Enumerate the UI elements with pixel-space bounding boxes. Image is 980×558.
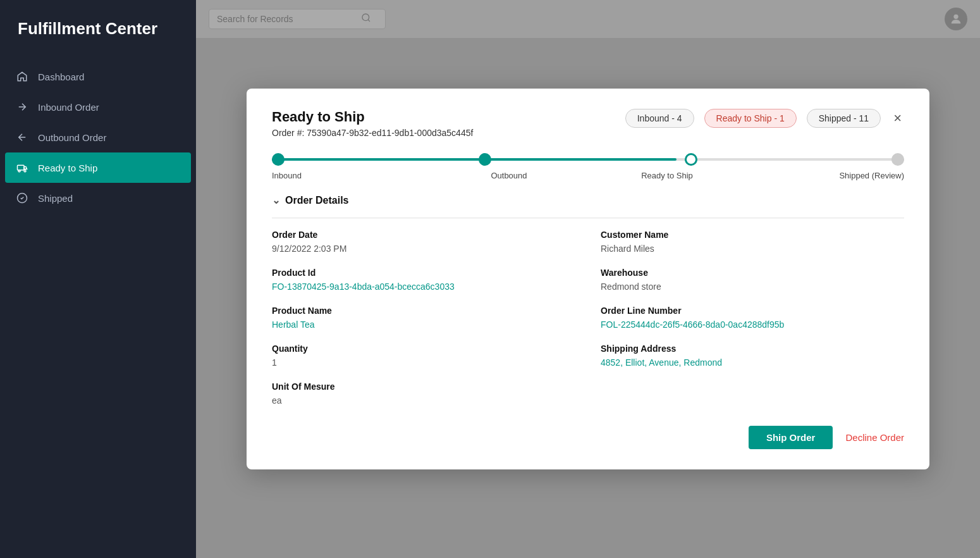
inbound-badge[interactable]: Inbound - 4 (625, 109, 694, 128)
step-ready-to-ship (685, 153, 697, 166)
outbound-icon (15, 130, 29, 144)
chevron-down-icon: ⌄ (272, 194, 280, 206)
ship-order-button[interactable]: Ship Order (749, 426, 833, 449)
quantity-label: Quantity (272, 344, 575, 354)
step-label-inbound: Inbound (272, 171, 430, 180)
step-dot-outbound (479, 153, 491, 166)
step-label-shipped-review: Shipped (Review) (746, 171, 904, 180)
order-details-label: Order Details (285, 195, 348, 206)
uom-label: Unit Of Mesure (272, 381, 575, 392)
details-divider (272, 218, 904, 218)
shipped-icon (15, 191, 29, 205)
sidebar-nav: Dashboard Inbound Order Outbound Order R… (0, 61, 196, 213)
order-id-row: Order #: 75390a47-9b32-ed11-9db1-000d3a5… (272, 128, 473, 138)
progress-steps (272, 153, 904, 166)
modal-footer: Ship Order Decline Order (272, 426, 904, 449)
modal-title: Ready to Ship (272, 109, 473, 125)
svg-rect-2 (18, 165, 25, 170)
order-line-number-value[interactable]: FOL-225444dc-26f5-4666-8da0-0ac4288df95b (601, 319, 904, 330)
product-id-field: Product Id FO-13870425-9a13-4bda-a054-bc… (272, 268, 575, 292)
details-right-col: Customer Name Richard Miles Warehouse Re… (601, 230, 904, 419)
uom-value: ea (272, 395, 575, 406)
home-icon (15, 70, 29, 84)
step-inbound (272, 153, 285, 166)
app-title: Fulfillment Center (0, 0, 196, 56)
shipping-address-label: Shipping Address (601, 344, 904, 354)
ready-to-ship-badge[interactable]: Ready to Ship - 1 (704, 109, 797, 128)
order-id-label: Order #: (272, 128, 304, 138)
product-name-label: Product Name (272, 306, 575, 316)
warehouse-field: Warehouse Redmond store (601, 268, 904, 292)
step-outbound (479, 153, 491, 166)
shipped-badge[interactable]: Shipped - 11 (807, 109, 881, 128)
sidebar: Fulfillment Center Dashboard Inbound Ord… (0, 0, 196, 558)
sidebar-item-shipped-label: Shipped (38, 193, 73, 204)
sidebar-item-inbound-order-label: Inbound Order (38, 102, 99, 113)
product-name-value[interactable]: Herbal Tea (272, 319, 575, 330)
warehouse-label: Warehouse (601, 268, 904, 278)
product-id-value[interactable]: FO-13870425-9a13-4bda-a054-bcecca6c3033 (272, 282, 575, 292)
order-date-field: Order Date 9/12/2022 2:03 PM (272, 230, 575, 254)
decline-order-button[interactable]: Decline Order (845, 432, 904, 443)
progress-section: Inbound Outbound Ready to Ship Shipped (… (272, 153, 904, 180)
step-label-outbound: Outbound (430, 171, 588, 180)
step-label-ready-to-ship: Ready to Ship (588, 171, 746, 180)
progress-track (272, 153, 904, 166)
sidebar-item-outbound-order-label: Outbound Order (38, 132, 106, 143)
warehouse-value: Redmond store (601, 282, 904, 292)
sidebar-item-shipped[interactable]: Shipped (0, 183, 196, 213)
customer-name-value: Richard Miles (601, 244, 904, 254)
sidebar-item-inbound-order[interactable]: Inbound Order (0, 92, 196, 122)
step-shipped-review (891, 153, 904, 166)
modal-title-section: Ready to Ship Order #: 75390a47-9b32-ed1… (272, 109, 473, 149)
sidebar-item-ready-to-ship-label: Ready to Ship (38, 163, 97, 173)
product-id-label: Product Id (272, 268, 575, 278)
ship-icon (15, 161, 29, 175)
inbound-icon (15, 100, 29, 114)
svg-point-3 (18, 170, 20, 172)
order-date-value: 9/12/2022 2:03 PM (272, 244, 575, 254)
step-dot-ready-to-ship (685, 153, 697, 166)
sidebar-item-outbound-order[interactable]: Outbound Order (0, 122, 196, 152)
main-area: Ready to Ship Order #: 75390a47-9b32-ed1… (196, 0, 980, 558)
svg-point-4 (24, 170, 26, 172)
sidebar-item-dashboard[interactable]: Dashboard (0, 61, 196, 92)
step-dot-shipped-review (891, 153, 904, 166)
close-button[interactable]: × (891, 111, 904, 125)
step-labels: Inbound Outbound Ready to Ship Shipped (… (272, 171, 904, 180)
modal-header-right: Inbound - 4 Ready to Ship - 1 Shipped - … (625, 109, 904, 128)
quantity-field: Quantity 1 (272, 344, 575, 368)
customer-name-label: Customer Name (601, 230, 904, 240)
order-line-number-field: Order Line Number FOL-225444dc-26f5-4666… (601, 306, 904, 330)
shipping-address-value[interactable]: 4852, Elliot, Avenue, Redmond (601, 357, 904, 368)
modal-header: Ready to Ship Order #: 75390a47-9b32-ed1… (272, 109, 904, 149)
order-date-label: Order Date (272, 230, 575, 240)
order-details-toggle[interactable]: ⌄ Order Details (272, 194, 904, 206)
sidebar-item-ready-to-ship[interactable]: Ready to Ship (5, 152, 191, 183)
modal-badges: Inbound - 4 Ready to Ship - 1 Shipped - … (625, 109, 881, 128)
step-dot-inbound (272, 153, 285, 166)
modal: Ready to Ship Order #: 75390a47-9b32-ed1… (247, 89, 929, 469)
quantity-value: 1 (272, 357, 575, 368)
order-id-value: 75390a47-9b32-ed11-9db1-000d3a5c445f (307, 128, 473, 138)
product-name-field: Product Name Herbal Tea (272, 306, 575, 330)
shipping-address-field: Shipping Address 4852, Elliot, Avenue, R… (601, 344, 904, 368)
sidebar-item-dashboard-label: Dashboard (38, 71, 84, 82)
order-line-number-label: Order Line Number (601, 306, 904, 316)
details-grid: Order Date 9/12/2022 2:03 PM Product Id … (272, 230, 904, 419)
customer-name-field: Customer Name Richard Miles (601, 230, 904, 254)
modal-overlay: Ready to Ship Order #: 75390a47-9b32-ed1… (196, 0, 980, 558)
details-left-col: Order Date 9/12/2022 2:03 PM Product Id … (272, 230, 575, 419)
uom-field: Unit Of Mesure ea (272, 381, 575, 406)
